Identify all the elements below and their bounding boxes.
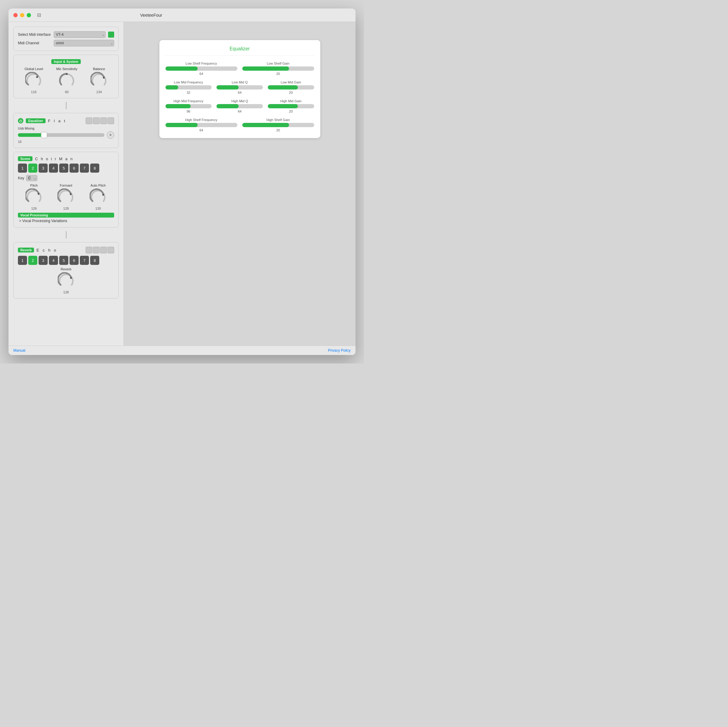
eq-preset-btn-3[interactable] — [100, 118, 107, 124]
usb-mixing-slider[interactable] — [18, 133, 104, 137]
main-window: ⊟ VeeteeFour Select Midi interface VT-4 … — [9, 9, 355, 355]
scene-btn-3[interactable]: 3 — [38, 163, 47, 173]
left-panel: Select Midi interface VT-4 ⌄ Midi Channe… — [9, 22, 124, 345]
usb-mixing-label: Usb Mixing — [18, 127, 114, 130]
eq-row-3: High Mid Frequency 96 High Mid Q 64 — [165, 99, 314, 113]
input-system-badge: Input & System — [51, 59, 81, 64]
scene-btn-2[interactable]: 2 — [28, 163, 37, 173]
auto-pitch-knob[interactable] — [90, 188, 107, 205]
formant-knob[interactable] — [57, 188, 74, 205]
reverb-btn-3[interactable]: 3 — [38, 256, 47, 265]
low-mid-freq-track[interactable] — [165, 85, 212, 90]
privacy-policy-link[interactable]: Privacy Policy — [328, 348, 351, 353]
high-shelf-gain-track[interactable] — [242, 123, 314, 127]
svg-point-2 — [103, 77, 105, 79]
svg-point-4 — [70, 193, 72, 195]
maximize-button[interactable] — [27, 13, 31, 17]
reverb-btn-8[interactable]: 8 — [90, 256, 99, 265]
close-button[interactable] — [13, 13, 18, 17]
high-mid-q-label: High Mid Q — [216, 99, 263, 103]
global-level-label: Global Level — [24, 67, 43, 71]
midi-channel-select-wrapper: omni ⌄ — [54, 40, 114, 46]
auto-pitch-label: Auto Pitch — [90, 183, 106, 187]
midi-connected-indicator — [108, 32, 114, 38]
mic-sensitivity-knob[interactable] — [58, 72, 75, 89]
reverb-preset-btn-4[interactable] — [107, 247, 114, 254]
low-mid-q-param: Low Mid Q 64 — [216, 80, 263, 95]
window-title: VeeteeFour — [140, 13, 162, 18]
scene-btn-5[interactable]: 5 — [59, 163, 68, 173]
low-mid-freq-value: 32 — [165, 91, 212, 95]
eq-preset-btn-2[interactable] — [93, 118, 99, 124]
low-shelf-gain-param: Low Shelf Gain 20 — [242, 62, 314, 76]
svg-point-5 — [102, 194, 104, 196]
connector-2 — [13, 231, 119, 238]
reverb-btn-6[interactable]: 6 — [69, 256, 79, 265]
eq-preset-btn-4[interactable] — [107, 118, 114, 124]
reverb-btn-5[interactable]: 5 — [59, 256, 68, 265]
usb-mixing-thumb[interactable] — [41, 132, 47, 138]
reverb-btn-2[interactable]: 2 — [28, 256, 37, 265]
reverb-preset-label: E c h o — [37, 248, 57, 252]
high-mid-gain-param: High Mid Gain 20 — [268, 99, 314, 113]
high-mid-gain-value: 20 — [268, 110, 314, 113]
high-mid-q-param: High Mid Q 64 — [216, 99, 263, 113]
reverb-knob[interactable] — [58, 272, 75, 289]
reverb-preset-btn-3[interactable] — [100, 247, 107, 254]
high-shelf-gain-label: High Shelf Gain — [242, 118, 314, 122]
high-mid-q-track[interactable] — [216, 104, 263, 108]
midi-interface-select-wrapper: VT-4 ⌄ — [54, 31, 106, 38]
reverb-preset-btn-1[interactable] — [86, 247, 92, 254]
scene-btn-8[interactable]: 8 — [90, 163, 99, 173]
scene-section: Scene C h o i r M a n 1 2 3 4 5 6 7 8 Ke… — [13, 152, 119, 228]
sidebar-toggle-button[interactable]: ⊟ — [37, 12, 41, 18]
high-mid-freq-track[interactable] — [165, 104, 212, 108]
right-panel: Equalizer Low Shelf Frequency 64 Low She — [124, 22, 355, 345]
scene-btn-1[interactable]: 1 — [18, 163, 27, 173]
eq-badge: Equalizer — [26, 118, 46, 123]
scene-btn-7[interactable]: 7 — [80, 163, 89, 173]
low-mid-gain-fill — [268, 85, 298, 90]
reverb-scene-buttons: 1 2 3 4 5 6 7 8 — [18, 256, 114, 265]
minimize-button[interactable] — [20, 13, 24, 17]
high-shelf-freq-track[interactable] — [165, 123, 237, 127]
midi-channel-row: Midi Channel omni ⌄ — [18, 40, 114, 46]
usb-mixing-section: Usb Mixing + 16 — [18, 127, 114, 144]
manual-link[interactable]: Manual — [13, 348, 25, 353]
high-mid-freq-param: High Mid Frequency 96 — [165, 99, 212, 113]
scene-btn-6[interactable]: 6 — [69, 163, 79, 173]
low-shelf-gain-track[interactable] — [242, 66, 314, 71]
reverb-preset-btn-2[interactable] — [93, 247, 99, 254]
high-mid-gain-track[interactable] — [268, 104, 314, 108]
scene-btn-4[interactable]: 4 — [49, 163, 58, 173]
vocal-processing-variations[interactable]: Vocal Processing Variations — [18, 219, 114, 223]
usb-mixing-value: 16 — [18, 140, 114, 144]
balance-knob[interactable] — [90, 72, 107, 89]
reverb-knob-container: Reverb 128 — [58, 267, 75, 294]
eq-power-button[interactable]: ⏻ — [18, 118, 23, 124]
eq-preset-buttons — [86, 118, 114, 124]
midi-interface-row: Select Midi interface VT-4 ⌄ — [18, 31, 114, 38]
pitch-knob[interactable] — [26, 188, 43, 205]
low-mid-gain-track[interactable] — [268, 85, 314, 90]
low-mid-gain-param: Low Mid Gain 20 — [268, 80, 314, 95]
usb-mixing-plus-button[interactable]: + — [107, 131, 114, 139]
global-level-knob[interactable] — [25, 72, 42, 89]
window-body: Select Midi interface VT-4 ⌄ Midi Channe… — [9, 22, 355, 345]
low-shelf-freq-label: Low Shelf Frequency — [165, 62, 237, 65]
high-mid-freq-value: 96 — [165, 110, 212, 113]
connector-line-2 — [66, 231, 66, 238]
low-mid-freq-param: Low Mid Frequency 32 — [165, 80, 212, 95]
reverb-btn-1[interactable]: 1 — [18, 256, 27, 265]
reverb-btn-7[interactable]: 7 — [80, 256, 89, 265]
key-select-wrapper: C ⌄ — [26, 175, 37, 181]
eq-preset-btn-1[interactable] — [86, 118, 92, 124]
midi-interface-select[interactable]: VT-4 — [54, 31, 106, 38]
low-shelf-freq-fill — [165, 66, 198, 71]
low-shelf-freq-track[interactable] — [165, 66, 237, 71]
midi-channel-select[interactable]: omni — [54, 40, 114, 46]
reverb-btn-4[interactable]: 4 — [49, 256, 58, 265]
pitch-label: Pitch — [31, 183, 38, 187]
key-select[interactable]: C — [26, 175, 37, 181]
low-mid-q-track[interactable] — [216, 85, 263, 90]
